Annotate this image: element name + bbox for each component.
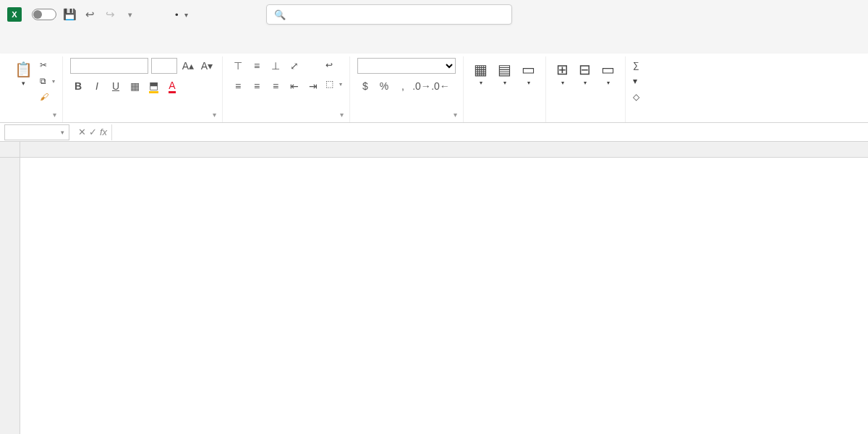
italic-button[interactable]: I <box>89 78 105 94</box>
orientation-icon[interactable]: ⤢ <box>286 58 302 74</box>
autosum-button[interactable]: ∑ <box>633 58 642 72</box>
group-number: $ % , .0→ .0← ▾ <box>350 56 464 122</box>
dialog-launcher-icon[interactable]: ▾ <box>53 111 56 119</box>
conditional-formatting-button[interactable]: ▦▾ <box>471 58 490 88</box>
cell-styles-icon: ▭ <box>522 59 535 80</box>
undo-icon[interactable]: ↩ <box>82 7 97 22</box>
align-left-icon[interactable]: ≡ <box>230 78 246 94</box>
group-editing: ∑ ▾ ◇ <box>626 56 642 122</box>
delete-icon: ⊟ <box>579 59 591 80</box>
cut-icon: ✂ <box>40 60 47 70</box>
fx-icon[interactable]: fx <box>100 127 107 137</box>
autosave-control[interactable] <box>27 9 56 20</box>
title-bar: X 💾 ↩ ↪ ▾ • ▾ 🔍 <box>0 0 868 29</box>
align-right-icon[interactable]: ≡ <box>268 78 284 94</box>
indent-increase-icon[interactable]: ⇥ <box>305 78 321 94</box>
sum-icon: ∑ <box>633 60 639 70</box>
search-icon: 🔍 <box>274 9 286 20</box>
qat-customize-icon[interactable]: ▾ <box>123 7 137 22</box>
paste-icon: 📋 <box>14 59 33 80</box>
comma-icon[interactable]: , <box>395 78 411 94</box>
decrease-decimal-icon[interactable]: .0← <box>433 78 448 94</box>
chevron-down-icon: ▾ <box>184 11 188 19</box>
align-middle-icon[interactable]: ≡ <box>249 58 265 74</box>
align-top-icon[interactable]: ⊤ <box>230 58 246 74</box>
increase-font-icon[interactable]: A▴ <box>180 58 196 74</box>
merge-icon: ⬚ <box>326 79 333 89</box>
document-title[interactable]: • ▾ <box>172 9 188 20</box>
autosave-toggle[interactable] <box>32 9 56 20</box>
fill-button[interactable]: ▾ <box>633 74 640 88</box>
underline-button[interactable]: U <box>108 78 124 94</box>
cells-area[interactable] <box>20 158 868 434</box>
row-headers <box>0 158 20 434</box>
copy-button[interactable]: ⧉▾ <box>40 74 55 88</box>
save-icon[interactable]: 💾 <box>62 7 77 22</box>
cond-format-icon: ▦ <box>474 59 488 80</box>
ribbon: 📋 ▾ ✂ ⧉▾ 🖌 ▾ A▴ A▾ <box>0 54 868 123</box>
group-cells: ⊞▾ ⊟▾ ▭▾ <box>546 56 626 122</box>
wrap-text-button[interactable]: ↩ <box>326 58 342 72</box>
bold-button[interactable]: B <box>70 78 86 94</box>
copy-icon: ⧉ <box>40 76 46 86</box>
borders-button[interactable]: ▦ <box>127 78 142 94</box>
number-format-select[interactable] <box>357 58 456 74</box>
format-icon: ▭ <box>601 59 615 80</box>
wrap-icon: ↩ <box>326 60 333 70</box>
clear-icon: ◇ <box>633 92 639 102</box>
brush-icon: 🖌 <box>40 92 48 102</box>
redo-icon[interactable]: ↪ <box>103 7 117 22</box>
font-name-input[interactable] <box>70 58 148 74</box>
indent-decrease-icon[interactable]: ⇤ <box>286 78 302 94</box>
table-icon: ▤ <box>498 59 511 80</box>
format-painter-button[interactable]: 🖌 <box>40 90 55 104</box>
delete-cells-button[interactable]: ⊟▾ <box>576 58 594 88</box>
spreadsheet-grid[interactable] <box>0 142 868 434</box>
group-clipboard: 📋 ▾ ✂ ⧉▾ 🖌 ▾ <box>4 56 63 122</box>
column-headers <box>20 142 868 158</box>
align-bottom-icon[interactable]: ⊥ <box>268 58 284 74</box>
cancel-icon[interactable]: ✕ <box>78 127 86 137</box>
currency-icon[interactable]: $ <box>357 78 373 94</box>
group-alignment: ⊤ ≡ ⊥ ⤢ ≡ ≡ ≡ ⇤ ⇥ ↩ ⬚▾ <box>223 56 350 122</box>
font-size-input[interactable] <box>151 58 177 74</box>
percent-icon[interactable]: % <box>376 78 392 94</box>
increase-decimal-icon[interactable]: .0→ <box>414 78 430 94</box>
ribbon-tabs <box>0 29 868 54</box>
cell-styles-button[interactable]: ▭▾ <box>519 58 538 88</box>
fill-color-button[interactable]: ⬒ <box>145 78 161 94</box>
select-all-corner[interactable] <box>0 142 20 158</box>
cut-button[interactable]: ✂ <box>40 58 55 72</box>
insert-cells-button[interactable]: ⊞▾ <box>553 58 571 88</box>
chevron-down-icon: ▾ <box>61 129 64 136</box>
search-input[interactable]: 🔍 <box>266 4 512 25</box>
formula-bar: ▾ ✕ ✓ fx <box>0 123 868 142</box>
dialog-launcher-icon[interactable]: ▾ <box>454 111 457 119</box>
paste-button[interactable]: 📋 ▾ <box>12 58 35 88</box>
enter-icon[interactable]: ✓ <box>89 127 97 137</box>
insert-icon: ⊞ <box>556 59 569 80</box>
format-cells-button[interactable]: ▭▾ <box>598 58 618 88</box>
align-center-icon[interactable]: ≡ <box>249 78 265 94</box>
app-icon: X <box>7 7 22 22</box>
dialog-launcher-icon[interactable]: ▾ <box>213 111 216 119</box>
excel-window: X 💾 ↩ ↪ ▾ • ▾ 🔍 📋 ▾ <box>0 0 868 434</box>
format-as-table-button[interactable]: ▤▾ <box>495 58 514 88</box>
dialog-launcher-icon[interactable]: ▾ <box>340 111 344 119</box>
fill-icon: ▾ <box>633 76 637 86</box>
font-color-button[interactable]: A <box>164 78 180 94</box>
decrease-font-icon[interactable]: A▾ <box>199 58 215 74</box>
clear-button[interactable]: ◇ <box>633 90 642 104</box>
group-font: A▴ A▾ B I U ▦ ⬒ A ▾ <box>63 56 223 122</box>
formula-input[interactable] <box>112 124 868 140</box>
merge-center-button[interactable]: ⬚▾ <box>326 77 342 91</box>
formula-controls: ✕ ✓ fx <box>74 124 112 140</box>
group-styles: ▦▾ ▤▾ ▭▾ <box>464 56 546 122</box>
name-box[interactable]: ▾ <box>4 124 69 140</box>
